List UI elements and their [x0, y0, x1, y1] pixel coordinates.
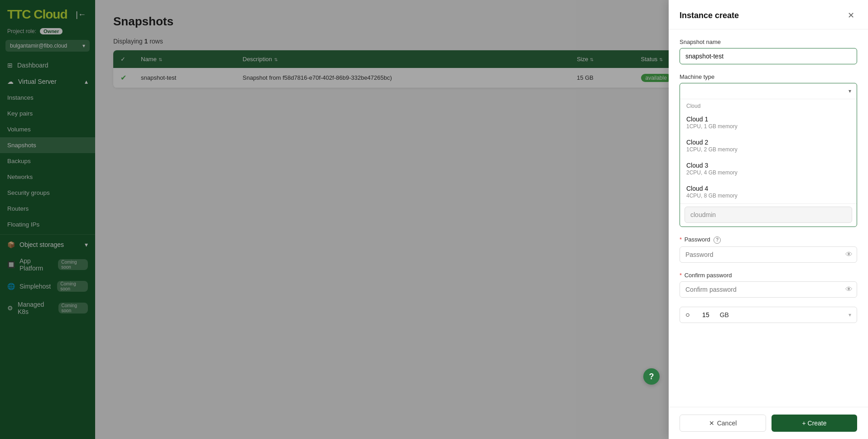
confirm-password-label: * Confirm password [680, 272, 857, 279]
password-required-mark: * [680, 236, 682, 243]
machine-type-search-input[interactable] [685, 87, 849, 95]
dropdown-input-row: ▾ [680, 83, 857, 99]
cloud3-name: Cloud 3 [686, 162, 850, 169]
disk-size-input[interactable] [694, 311, 716, 318]
help-button[interactable]: ? [643, 368, 660, 385]
confirm-password-input[interactable] [680, 281, 857, 298]
panel-header: Instance create ✕ [669, 0, 868, 29]
machine-type-dropdown[interactable]: ▾ Cloud Cloud 1 1CPU, 1 GB memory Cloud … [680, 83, 857, 227]
cloud2-desc: 1CPU, 2 GB memory [686, 146, 850, 153]
disk-circle-icon: ○ [685, 311, 690, 319]
disk-unit-label: GB [720, 311, 729, 318]
cancel-label: Cancel [717, 420, 737, 427]
panel-footer: ✕ Cancel + Create [669, 407, 868, 439]
instance-create-panel: Instance create ✕ Snapshot name Machine … [669, 0, 868, 439]
expand-icon: ▾ [849, 312, 851, 318]
disk-row: ○ GB ▾ [680, 307, 857, 323]
cloud4-name: Cloud 4 [686, 185, 850, 192]
password-input[interactable] [680, 246, 857, 263]
confirm-password-group: * Confirm password 👁 [680, 272, 857, 298]
availability-zone-input[interactable] [685, 207, 852, 223]
cancel-button[interactable]: ✕ Cancel [680, 415, 766, 432]
dropdown-item-cloud3[interactable]: Cloud 3 2CPU, 4 GB memory [680, 157, 857, 180]
cloud3-desc: 2CPU, 4 GB memory [686, 169, 850, 176]
create-button[interactable]: + Create [772, 415, 857, 432]
password-input-wrapper: 👁 [680, 246, 857, 263]
panel-body: Snapshot name Machine type ▾ Cloud Cloud… [669, 29, 868, 407]
snapshot-name-group: Snapshot name [680, 39, 857, 64]
password-label: * Password ? [680, 236, 857, 244]
password-toggle-icon[interactable]: 👁 [845, 251, 853, 259]
close-panel-button[interactable]: ✕ [844, 9, 857, 22]
confirm-required-mark: * [680, 272, 682, 279]
cloud1-name: Cloud 1 [686, 116, 850, 123]
dropdown-item-cloud4[interactable]: Cloud 4 4CPU, 8 GB memory [680, 180, 857, 203]
panel-title: Instance create [680, 11, 739, 20]
cloud1-desc: 1CPU, 1 GB memory [686, 123, 850, 130]
cloud-group-label: Cloud [680, 99, 857, 111]
chevron-down-icon: ▾ [849, 88, 851, 94]
dropdown-item-cloud1[interactable]: Cloud 1 1CPU, 1 GB memory [680, 111, 857, 134]
password-help-icon[interactable]: ? [714, 236, 721, 244]
cloud2-name: Cloud 2 [686, 139, 850, 146]
password-group: * Password ? 👁 [680, 236, 857, 263]
confirm-password-input-wrapper: 👁 [680, 281, 857, 298]
snapshot-name-label: Snapshot name [680, 39, 857, 45]
snapshot-name-input[interactable] [680, 48, 857, 64]
confirm-password-toggle-icon[interactable]: 👁 [845, 285, 853, 294]
availability-zone-wrapper [680, 203, 857, 227]
create-label: + Create [802, 420, 826, 427]
cancel-x-icon: ✕ [709, 420, 714, 427]
cloud4-desc: 4CPU, 8 GB memory [686, 193, 850, 199]
machine-type-label: Machine type [680, 73, 857, 80]
dropdown-item-cloud2[interactable]: Cloud 2 1CPU, 2 GB memory [680, 134, 857, 157]
dropdown-list: Cloud Cloud 1 1CPU, 1 GB memory Cloud 2 … [680, 99, 857, 203]
machine-type-group: Machine type ▾ Cloud Cloud 1 1CPU, 1 GB … [680, 73, 857, 227]
